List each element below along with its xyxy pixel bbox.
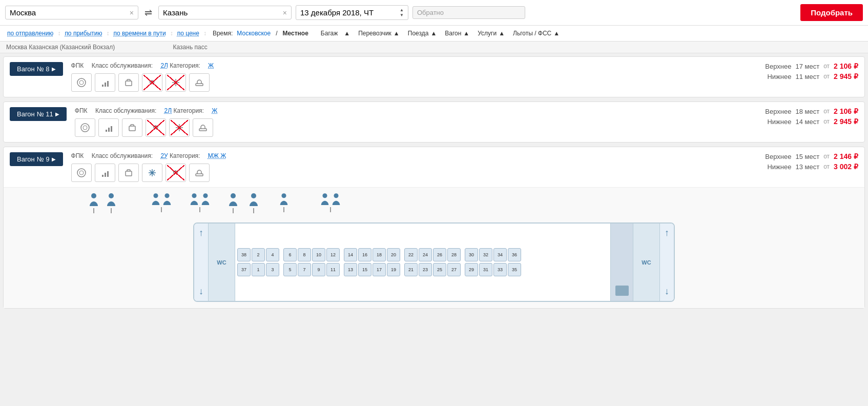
train-right-arrows: ↑ ↓ bbox=[659, 224, 674, 301]
person-icon-1 bbox=[88, 192, 99, 208]
search-button[interactable]: Подобрать bbox=[800, 4, 863, 21]
seat-7[interactable]: 7 bbox=[298, 263, 311, 276]
seat-12[interactable]: 12 bbox=[326, 248, 340, 261]
train-filter[interactable]: Поезда bbox=[408, 30, 429, 37]
return-placeholder: Обратно bbox=[417, 9, 444, 16]
wagon-11-category[interactable]: Ж bbox=[212, 107, 217, 114]
person-group-4 bbox=[189, 192, 211, 212]
wagon-card-9: Вагон № 9 ▶ ФПК Класс обслуживания: 2У К… bbox=[3, 147, 865, 309]
route-header: Москва Казанская (Казанский Вокзал) Каза… bbox=[0, 42, 868, 53]
sort-arrival-link[interactable]: по прибытию bbox=[63, 29, 104, 38]
wagon-8-service[interactable]: 2Л bbox=[160, 62, 168, 69]
swap-button[interactable]: ⇌ bbox=[142, 7, 154, 18]
seat-4[interactable]: 4 bbox=[266, 248, 279, 261]
date-down-arrow[interactable]: ▼ bbox=[400, 13, 404, 18]
from-input[interactable] bbox=[10, 8, 128, 17]
seat-24[interactable]: 24 bbox=[419, 248, 432, 261]
wagon-8-category[interactable]: Ж bbox=[208, 62, 214, 69]
date-up-arrow[interactable]: ▲ bbox=[400, 8, 404, 13]
to-input[interactable] bbox=[163, 8, 281, 17]
person-icon-8b bbox=[331, 192, 341, 207]
sort-departure-link[interactable]: по отправлению bbox=[5, 29, 55, 38]
seat-37[interactable]: 37 bbox=[237, 263, 251, 276]
seat-29[interactable]: 29 bbox=[465, 263, 478, 276]
seat-25[interactable]: 25 bbox=[433, 263, 446, 276]
to-clear-button[interactable]: × bbox=[283, 9, 287, 17]
arrow-up-icon: ↑ bbox=[199, 228, 203, 238]
svg-point-23 bbox=[153, 193, 158, 198]
wagon-9-lower-price-row: Нижнее 13 мест от 3 002 ₽ bbox=[715, 163, 858, 171]
wagon-9-category[interactable]: МЖ Ж bbox=[208, 152, 226, 159]
carrier-filter[interactable]: Перевозчик bbox=[358, 30, 391, 37]
wagon-9-button[interactable]: Вагон № 9 ▶ bbox=[10, 152, 63, 166]
seat-21[interactable]: 21 bbox=[404, 263, 418, 276]
seat-3[interactable]: 3 bbox=[266, 263, 279, 276]
wagon-8-button[interactable]: Вагон № 8 ▶ bbox=[10, 62, 63, 76]
car-filter[interactable]: Вагон bbox=[445, 30, 461, 37]
seat-9[interactable]: 9 bbox=[312, 263, 325, 276]
seat-15[interactable]: 15 bbox=[358, 263, 371, 276]
return-input-wrap[interactable]: Обратно bbox=[412, 6, 525, 19]
wagon-9-prices: Верхнее 15 мест от 2 146 ₽ Нижнее 13 мес… bbox=[715, 152, 858, 173]
seat-36[interactable]: 36 bbox=[508, 248, 521, 261]
svg-rect-9 bbox=[106, 130, 107, 132]
seat-31[interactable]: 31 bbox=[479, 263, 492, 276]
services-filter[interactable]: Услуги bbox=[478, 30, 497, 37]
sort-price-link[interactable]: по цене bbox=[175, 29, 201, 38]
time-moscow-link[interactable]: Московское bbox=[235, 29, 273, 38]
wagon-9-amenities: W bbox=[71, 164, 707, 182]
time-local-link[interactable]: Местное bbox=[281, 29, 311, 38]
benefits-filter[interactable]: Льготы / ФСС bbox=[513, 30, 551, 37]
seat-28[interactable]: 28 bbox=[447, 248, 461, 261]
wagon-8-lower-seats: 11 мест bbox=[795, 73, 819, 80]
svg-point-31 bbox=[334, 193, 338, 198]
seat-14[interactable]: 14 bbox=[344, 248, 357, 261]
date-spinner[interactable]: ▲ ▼ bbox=[400, 8, 404, 17]
seat-34[interactable]: 34 bbox=[493, 248, 507, 261]
seat-22[interactable]: 22 bbox=[404, 248, 418, 261]
seat-13[interactable]: 13 bbox=[344, 263, 357, 276]
seat-16[interactable]: 16 bbox=[358, 248, 371, 261]
seat-1[interactable]: 1 bbox=[252, 263, 265, 276]
to-station: Казань пасс bbox=[173, 44, 208, 51]
svg-point-21 bbox=[91, 193, 96, 198]
svg-rect-3 bbox=[105, 83, 106, 87]
person-icon-3a bbox=[151, 192, 161, 207]
wagon-11-lower-price-row: Нижнее 14 мест от 2 945 ₽ bbox=[715, 117, 858, 126]
seat-5[interactable]: 5 bbox=[283, 263, 297, 276]
wagon-9-upper-seats: 15 мест bbox=[795, 153, 819, 160]
from-clear-button[interactable]: × bbox=[130, 9, 134, 17]
seat-19[interactable]: 19 bbox=[387, 263, 400, 276]
wagon-11-button[interactable]: Вагон № 11 ▶ bbox=[10, 107, 67, 121]
seat-32[interactable]: 32 bbox=[479, 248, 492, 261]
seat-30[interactable]: 30 bbox=[465, 248, 478, 261]
date-input[interactable] bbox=[300, 8, 398, 17]
arrow-down-right-icon: ↓ bbox=[665, 286, 669, 297]
sort-sep-4: ↕ bbox=[203, 30, 206, 37]
wagon-11-service[interactable]: 2Л bbox=[164, 107, 172, 114]
seat-23[interactable]: 23 bbox=[419, 263, 432, 276]
seat-8[interactable]: 8 bbox=[298, 248, 311, 261]
seat-33[interactable]: 33 bbox=[493, 263, 507, 276]
seat-6[interactable]: 6 bbox=[283, 248, 297, 261]
date-input-wrap: ▲ ▼ bbox=[296, 5, 408, 20]
wagon-9-info: ФПК Класс обслуживания: 2У Категория: МЖ… bbox=[71, 152, 707, 182]
wagon-9-service-label: Класс обслуживания: bbox=[92, 152, 153, 159]
seat-38[interactable]: 38 bbox=[237, 248, 251, 261]
seat-20[interactable]: 20 bbox=[387, 248, 400, 261]
seat-17[interactable]: 17 bbox=[373, 263, 386, 276]
sort-travel-link[interactable]: по времени в пути bbox=[111, 29, 168, 38]
wagon-11-lower-price: 2 945 ₽ bbox=[834, 117, 858, 126]
amenity-bar-11-icon bbox=[98, 118, 119, 137]
seat-18[interactable]: 18 bbox=[373, 248, 386, 261]
seat-10[interactable]: 10 bbox=[312, 248, 325, 261]
seat-27[interactable]: 27 bbox=[447, 263, 461, 276]
wagon-9-service[interactable]: 2У bbox=[160, 152, 168, 159]
wagon-11-upper-price-row: Верхнее 18 мест от 2 106 ₽ bbox=[715, 107, 858, 115]
wc-right: WC bbox=[633, 224, 659, 301]
seat-35[interactable]: 35 bbox=[508, 263, 521, 276]
seat-26[interactable]: 26 bbox=[433, 248, 446, 261]
baggage-filter[interactable]: Багаж bbox=[321, 30, 338, 37]
seat-2[interactable]: 2 bbox=[252, 248, 265, 261]
seat-11[interactable]: 11 bbox=[326, 263, 340, 276]
